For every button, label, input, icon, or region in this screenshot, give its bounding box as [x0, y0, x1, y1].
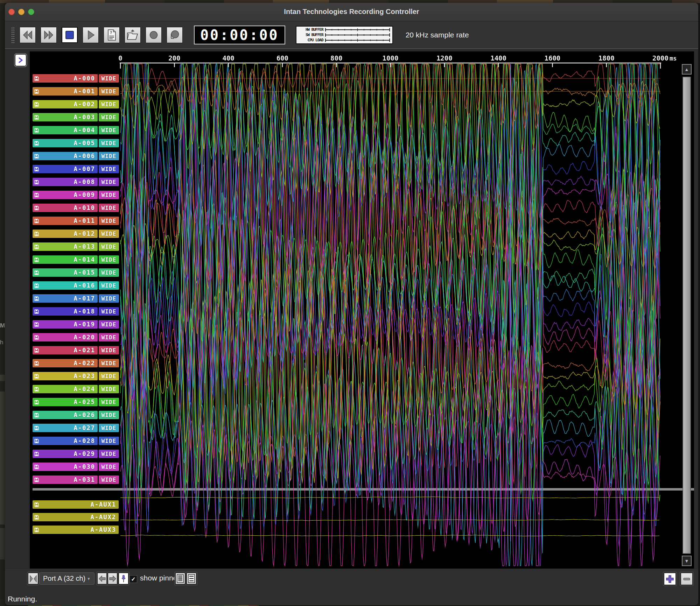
wide-band-tag[interactable]: WIDE — [99, 398, 119, 406]
channel-label-A-024[interactable]: A-024 — [33, 385, 98, 393]
wide-band-tag[interactable]: WIDE — [99, 307, 119, 316]
channel-label-A-014[interactable]: A-014 — [33, 255, 98, 264]
wide-band-tag[interactable]: WIDE — [99, 242, 119, 251]
wide-band-tag[interactable]: WIDE — [99, 437, 119, 445]
wide-band-tag[interactable]: WIDE — [99, 230, 119, 238]
show-control-panel-button[interactable] — [14, 53, 27, 67]
channel-label-A-007[interactable]: A-007 — [33, 165, 98, 173]
wide-band-tag[interactable]: WIDE — [99, 385, 119, 393]
triggered-record-button[interactable] — [167, 27, 183, 43]
wide-band-tag[interactable]: WIDE — [99, 165, 119, 173]
wide-band-tag[interactable]: WIDE — [99, 191, 119, 199]
channel-label-A-009[interactable]: A-009 — [33, 191, 98, 199]
channel-name: A-030 — [39, 463, 98, 470]
channel-label-A-005[interactable]: A-005 — [33, 139, 98, 147]
save-location-button[interactable] — [125, 27, 141, 43]
view-spread-button[interactable] — [186, 572, 197, 585]
wide-band-tag[interactable]: WIDE — [99, 126, 119, 134]
wide-band-tag[interactable]: WIDE — [99, 100, 119, 108]
wide-band-tag[interactable]: WIDE — [99, 372, 119, 380]
wide-band-tag[interactable]: WIDE — [99, 139, 119, 147]
background-window-band — [0, 528, 5, 559]
channel-label-A-010[interactable]: A-010 — [33, 204, 98, 212]
channel-name: A-016 — [39, 282, 98, 289]
channel-label-A-001[interactable]: A-001 — [33, 87, 98, 96]
wide-band-tag[interactable]: WIDE — [99, 450, 119, 458]
plus-icon — [666, 575, 674, 583]
channel-label-A-021[interactable]: A-021 — [33, 346, 98, 354]
scrollbar-thumb[interactable] — [682, 77, 691, 554]
wide-band-tag[interactable]: WIDE — [99, 281, 119, 290]
channel-label-A-031[interactable]: A-031 — [33, 475, 98, 484]
pin-button[interactable] — [118, 572, 129, 585]
channel-label-A-008[interactable]: A-008 — [33, 178, 98, 186]
wide-band-tag[interactable]: WIDE — [99, 424, 119, 432]
channel-label-A-011[interactable]: A-011 — [33, 217, 98, 225]
channel-label-A-019[interactable]: A-019 — [33, 320, 98, 329]
channel-label-A-022[interactable]: A-022 — [33, 359, 98, 367]
channel-label-A-012[interactable]: A-012 — [33, 230, 98, 238]
waveform-canvas[interactable] — [30, 51, 694, 569]
channel-label-A-AUX1[interactable]: A-AUX1 — [33, 500, 119, 509]
channel-label-A-AUX3[interactable]: A-AUX3 — [33, 526, 119, 534]
channel-name: A-027 — [39, 424, 98, 431]
save-icon — [34, 387, 39, 392]
wide-band-tag[interactable]: WIDE — [99, 255, 119, 264]
wide-band-tag[interactable]: WIDE — [99, 359, 119, 367]
record-button[interactable] — [146, 27, 162, 43]
scroll-up-button[interactable]: ▲ — [682, 64, 692, 75]
channel-label-A-013[interactable]: A-013 — [33, 242, 98, 251]
wide-band-tag[interactable]: WIDE — [99, 333, 119, 341]
prev-port-button[interactable] — [97, 572, 107, 585]
wide-band-tag[interactable]: WIDE — [99, 346, 119, 354]
channel-label-A-002[interactable]: A-002 — [33, 100, 98, 108]
zoom-out-button[interactable] — [680, 572, 693, 585]
zoom-in-button[interactable] — [664, 572, 676, 585]
view-dense-button[interactable] — [175, 572, 186, 585]
channel-label-A-AUX2[interactable]: A-AUX2 — [33, 513, 119, 521]
wide-band-tag[interactable]: WIDE — [99, 74, 119, 83]
collapse-channels-button[interactable] — [28, 572, 38, 585]
channel-label-A-026[interactable]: A-026 — [33, 411, 98, 419]
channel-label-A-016[interactable]: A-016 — [33, 281, 98, 290]
channel-label-A-028[interactable]: A-028 — [33, 437, 98, 445]
stop-button[interactable] — [62, 27, 78, 43]
channel-label-A-030[interactable]: A-030 — [33, 463, 98, 471]
wide-band-tag[interactable]: WIDE — [99, 320, 119, 329]
wide-band-tag[interactable]: WIDE — [99, 463, 119, 471]
channel-label-A-004[interactable]: A-004 — [33, 126, 98, 134]
channel-label-A-000[interactable]: A-000 — [33, 74, 98, 83]
channel-label-A-020[interactable]: A-020 — [33, 333, 98, 341]
play-button[interactable] — [83, 27, 99, 43]
scroll-down-button[interactable]: ▼ — [682, 556, 692, 566]
channel-label-A-006[interactable]: A-006 — [33, 152, 98, 160]
wide-band-tag[interactable]: WIDE — [99, 152, 119, 160]
channel-label-A-003[interactable]: A-003 — [33, 113, 98, 121]
wide-band-tag[interactable]: WIDE — [99, 411, 119, 419]
channel-label-A-015[interactable]: A-015 — [33, 268, 98, 277]
waveform-plot[interactable]: A-000WIDE A-001WIDE A-002WIDE A-003WIDE … — [30, 51, 694, 569]
wide-band-tag[interactable]: WIDE — [99, 87, 119, 96]
fast-forward-button[interactable] — [41, 27, 57, 43]
wide-band-tag[interactable]: WIDE — [99, 178, 119, 186]
wide-band-tag[interactable]: WIDE — [99, 268, 119, 277]
title-bar[interactable]: Intan Technologies Recording Controller — [5, 3, 698, 21]
channel-label-A-018[interactable]: A-018 — [33, 307, 98, 316]
channel-label-A-023[interactable]: A-023 — [33, 372, 98, 380]
wide-band-tag[interactable]: WIDE — [99, 204, 119, 212]
wide-band-tag[interactable]: WIDE — [99, 294, 119, 303]
wide-band-tag[interactable]: WIDE — [99, 475, 119, 484]
channel-label-A-027[interactable]: A-027 — [33, 424, 98, 432]
wide-band-tag[interactable]: WIDE — [99, 113, 119, 121]
channel-label-A-029[interactable]: A-029 — [33, 450, 98, 458]
toolbar-drag-handle[interactable] — [11, 27, 15, 43]
channel-label-A-025[interactable]: A-025 — [33, 398, 98, 406]
rewind-button[interactable] — [20, 27, 36, 43]
port-select[interactable]: Port A (32 ch) ▼ — [39, 572, 94, 585]
channel-label-A-017[interactable]: A-017 — [33, 294, 98, 303]
file-format-button[interactable]: ? — [104, 27, 120, 43]
next-port-button[interactable] — [107, 572, 118, 585]
wide-band-tag[interactable]: WIDE — [99, 217, 119, 225]
show-pinned-checkbox[interactable]: ✓ — [130, 575, 137, 583]
channel-name: A-012 — [39, 230, 98, 237]
